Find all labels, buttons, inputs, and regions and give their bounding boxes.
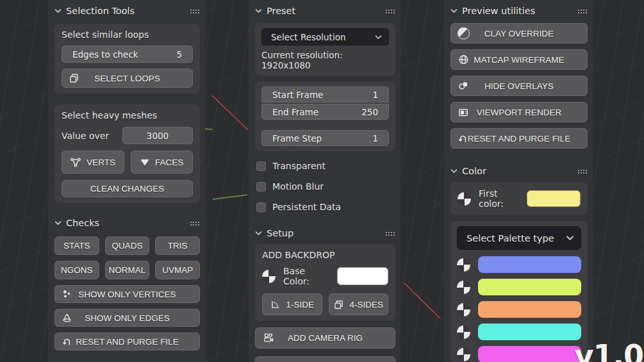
checkbox-row-transparent[interactable]: Transparent (256, 160, 395, 172)
transparent-checkbox[interactable] (256, 161, 266, 171)
base-color-swatch[interactable] (337, 267, 388, 285)
ngons-button[interactable]: NGONS (54, 261, 99, 279)
button-label: NGONS (61, 265, 93, 275)
checkbox-row-motion-blur[interactable]: Motion Blur (256, 181, 395, 192)
palette-row (457, 301, 581, 318)
palette-color-swatch-blue[interactable] (478, 256, 581, 273)
panel-header-setup[interactable]: Setup (249, 224, 400, 242)
add-lights-button[interactable]: ADD LIGHTS (255, 356, 395, 362)
chevron-down-icon (54, 8, 62, 13)
edges-to-check-label: Edges to check (72, 49, 138, 60)
viewport-render-button[interactable]: VIEWPORT RENDER (450, 102, 588, 122)
palette-row (457, 279, 581, 295)
show-only-vertices-label: SHOW ONLY VERTICES (78, 290, 176, 299)
drag-handle-icon[interactable] (190, 9, 199, 13)
panel-header-preview-utilities[interactable]: Preview utilities (444, 1, 593, 19)
panel-column-left: Selection Tools Select similar loops Edg… (48, 0, 205, 362)
stats-button[interactable]: STATS (54, 236, 99, 255)
uvmap-button[interactable]: UVMAP (155, 261, 200, 279)
matcap-wireframe-button[interactable]: MATCAP WIREFRAME (450, 49, 588, 70)
panel-header-color[interactable]: Color (444, 161, 593, 179)
panel-header-checks[interactable]: Checks (48, 213, 205, 231)
panel-header-preset[interactable]: Preset (249, 1, 400, 19)
checkbox-row-persistent-data[interactable]: Persistent Data (256, 201, 395, 213)
resolution-dropdown-label: Select Resolution (271, 32, 345, 42)
reset-and-purge-label: RESET AND PURGE FILE (76, 337, 178, 347)
clean-changes-button[interactable]: CLEAN CHANGES (62, 180, 193, 197)
palette-type-dropdown-label: Select Palette type (466, 233, 554, 243)
normal-button[interactable]: NORMAL (105, 261, 150, 279)
value-over-field[interactable]: 3000 (122, 127, 193, 144)
side-buttons-row: 1-SIDE 4-SIDES (262, 293, 388, 315)
panel-title: Preview utilities (462, 6, 535, 16)
version-label: v1.0 (575, 341, 643, 362)
hide-overlays-icon (458, 80, 469, 92)
palette-color-swatch-lime[interactable] (478, 279, 581, 295)
similar-loops-label: Select similar loops (62, 29, 193, 40)
matcap-wireframe-label: MATCAP WIREFRAME (474, 55, 564, 65)
verts-faces-row: VERTS FACES (62, 151, 193, 174)
reset-and-purge-button[interactable]: RESET AND PURGE FILE (450, 128, 588, 149)
palette-color-swatch-magenta[interactable] (478, 346, 581, 362)
checkbox-label: Persistent Data (272, 202, 341, 212)
panel-title: Color (462, 166, 486, 176)
end-frame-field[interactable]: End Frame 250 (261, 104, 389, 120)
chevron-down-icon (54, 220, 62, 226)
show-only-edges-button[interactable]: SHOW ONLY EDGES (54, 309, 200, 327)
checkbox-label: Motion Blur (272, 181, 324, 192)
first-color-box: First color: (450, 182, 588, 215)
button-label: NORMAL (109, 265, 146, 275)
drag-handle-icon[interactable] (577, 9, 587, 13)
button-label: QUADS (111, 241, 142, 251)
palette-color-swatch-cyan[interactable] (478, 324, 581, 340)
resolution-dropdown[interactable]: Select Resolution (261, 28, 389, 45)
base-color-row: Base Color: (262, 266, 388, 286)
first-color-swatch[interactable] (527, 190, 581, 207)
four-sides-button[interactable]: 4-SIDES (329, 293, 389, 315)
hide-overlays-button[interactable]: HIDE OVERLAYS (450, 76, 588, 96)
material-sphere-icon (457, 303, 470, 317)
quads-button[interactable]: QUADS (105, 236, 150, 255)
add-backdrop-label: ADD BACKDROP (262, 250, 388, 260)
palette-row (457, 324, 581, 340)
start-frame-field[interactable]: Start Frame 1 (261, 86, 389, 103)
select-loops-button[interactable]: SELECT LOOPS (62, 69, 193, 88)
similar-loops-box: Select similar loops Edges to check 5 SE… (54, 24, 200, 94)
palette-row (457, 256, 581, 273)
resolution-box: Select Resolution Current resolution: 19… (255, 23, 395, 76)
palette-type-dropdown[interactable]: Select Palette type (457, 226, 581, 250)
drag-handle-icon[interactable] (190, 221, 199, 226)
frame-step-field[interactable]: Frame Step 1 (261, 130, 389, 146)
edges-to-check-field[interactable]: Edges to check 5 (62, 45, 193, 63)
drag-handle-icon[interactable] (385, 9, 395, 13)
clay-sphere-icon (458, 28, 470, 40)
drag-handle-icon[interactable] (577, 169, 587, 174)
value-over-label: Value over (62, 131, 122, 141)
vertex-select-icon (70, 156, 81, 168)
reset-and-purge-button[interactable]: RESET AND PURGE FILE (54, 333, 200, 350)
frame-step-value: 1 (372, 133, 378, 144)
tris-button[interactable]: TRIS (155, 236, 200, 255)
one-side-label: 1-SIDE (286, 300, 314, 309)
viewport-render-label: VIEWPORT RENDER (477, 108, 561, 117)
reset-purge-label: SHOW ONLY EDGES (85, 313, 169, 323)
persistent-data-checkbox[interactable] (256, 202, 266, 212)
material-sphere-icon (457, 325, 470, 339)
reset-and-purge-label: RESET AND PURGE FILE (468, 134, 570, 144)
heavy-meshes-box: Select heavy meshes Value over 3000 VERT… (54, 104, 200, 203)
motion-blur-checkbox[interactable] (256, 182, 266, 192)
show-only-vertices-button[interactable]: SHOW ONLY VERTICES (54, 285, 200, 303)
panel-title: Selection Tools (66, 6, 135, 16)
panel-header-selection-tools[interactable]: Selection Tools (48, 1, 205, 19)
chevron-down-icon (375, 35, 382, 40)
panel-column-middle: Preset Select Resolution Current resolut… (249, 0, 400, 362)
faces-button[interactable]: FACES (131, 151, 194, 174)
one-side-button[interactable]: 1-SIDE (262, 293, 322, 315)
chevron-down-icon (450, 169, 458, 174)
clay-override-button[interactable]: CLAY OVERRIDE (450, 23, 588, 44)
drag-handle-icon[interactable] (385, 231, 395, 236)
reset-loop-icon (458, 133, 468, 144)
verts-button[interactable]: VERTS (62, 151, 124, 174)
add-camera-rig-button[interactable]: ADD CAMERA RIG (255, 327, 395, 349)
palette-color-swatch-orange[interactable] (478, 301, 581, 318)
